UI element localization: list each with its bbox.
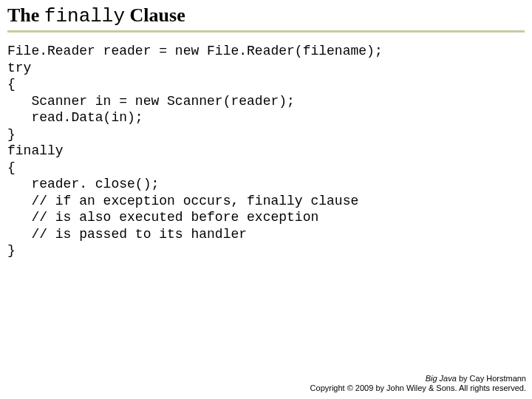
footer-book-title: Big Java	[426, 374, 457, 383]
footer-copyright: Copyright © 2009 by John Wiley & Sons. A…	[310, 383, 526, 393]
code-block: File.Reader reader = new File.Reader(fil…	[7, 43, 383, 259]
title-keyword: finally	[44, 5, 125, 27]
title-prefix: The	[7, 4, 44, 26]
footer-author: by Cay Horstmann	[457, 374, 526, 383]
title-suffix: Clause	[125, 4, 185, 26]
slide-title: The finally Clause	[7, 4, 525, 33]
footer-line1: Big Java by Cay Horstmann	[310, 374, 526, 383]
footer: Big Java by Cay Horstmann Copyright © 20…	[310, 374, 526, 393]
slide: The finally Clause File.Reader reader = …	[0, 0, 532, 399]
